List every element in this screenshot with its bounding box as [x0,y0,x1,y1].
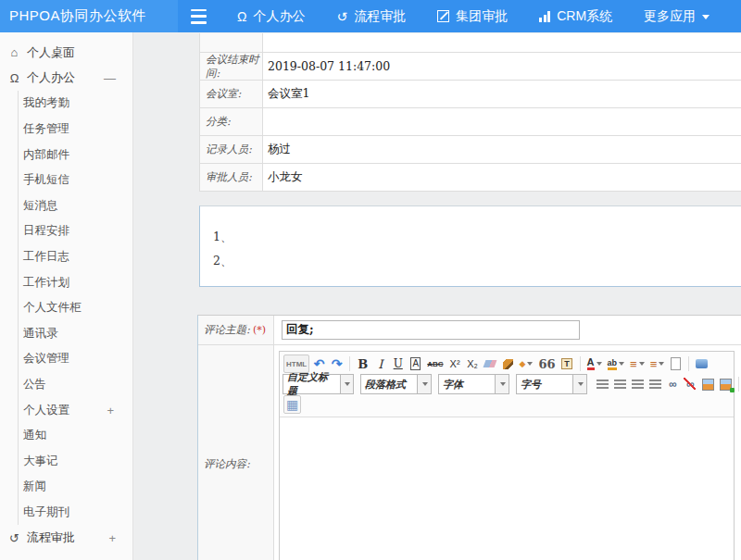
sidebar-item-contacts[interactable]: 通讯录 [18,321,132,347]
expand-toggle-icon[interactable]: — [104,71,116,85]
align-left-icon[interactable] [595,376,610,392]
sidebar-item-memorabilia[interactable]: 大事记 [18,449,132,475]
editor-dropdown-font-family[interactable]: 字体 [438,374,509,394]
sidebar-item-label: 日程安排 [23,223,69,239]
sidebar-item-e-journal[interactable]: 电子期刊 [18,500,132,526]
caret-down-icon [500,382,506,386]
editor-dropdown-custom-heading[interactable]: 自定义标题 [283,374,354,394]
image-icon[interactable] [700,376,716,392]
superscript-button[interactable]: X² [447,355,463,372]
sidebar-item-notice[interactable]: 通知 [18,423,132,449]
separator [688,356,689,371]
highlight-color-button[interactable]: ab [606,355,627,372]
comment-content-label: 评论内容: [198,345,274,560]
table-row: 分类: [200,108,741,136]
boxed-a-button[interactable]: A [408,355,423,372]
dropdown-value: 字体 [439,375,495,393]
expand-toggle-icon[interactable]: + [108,531,116,545]
caret-down-icon [422,382,428,386]
comment-subject-row: 评论主题: (*) [198,316,741,345]
sidebar-item-personal-desktop[interactable]: ⌂ 个人桌面 [0,40,132,66]
sidebar-item-label: 新闻 [23,479,46,494]
fullscreen-icon[interactable] [694,355,710,372]
sidebar-item-label: 个人设置 [23,403,69,418]
hamburger-menu-icon[interactable] [191,9,209,24]
sidebar-item-label: 通知 [23,428,46,443]
sidebar-item-label: 个人办公 [27,69,75,86]
sidebar-item-my-attendance[interactable]: 我的考勤 [18,91,132,117]
sidebar-item-personal-office[interactable]: Ω 个人办公 — [0,66,132,92]
paste-text-icon[interactable]: T [559,355,575,372]
top-nav: Ω 个人办公 ↺ 流程审批 集团审批 CRM系统 更多应用 [237,8,710,25]
meeting-info-table: 会议结束时间: 2019-08-07 11:47:00 会议室: 会议室1 分类… [199,33,741,192]
sidebar-item-workflow-approval[interactable]: ↺ 流程审批 + [0,525,132,551]
strikethrough-button[interactable]: ABC [425,355,445,372]
meeting-notes-textarea[interactable]: 1、2、 [199,205,741,287]
align-justify-icon[interactable] [647,376,663,392]
unlink-icon[interactable]: ∞ [683,376,698,392]
dropdown-caret-button[interactable] [572,375,586,393]
sidebar-item-news[interactable]: 新闻 [18,474,132,500]
nav-workflow-approval[interactable]: ↺ 流程审批 [336,8,406,25]
blockquote-button[interactable]: 66 [536,355,557,372]
separator [580,356,581,371]
new-page-icon[interactable] [668,355,684,372]
italic-button[interactable]: I [372,355,388,372]
sidebar-item-mobile-sms[interactable]: 手机短信 [18,168,132,193]
row-label: 会议结束时间: [200,53,263,80]
undo-icon[interactable]: ↶ [311,355,327,372]
editor-dropdown-paragraph-format[interactable]: 段落格式 [360,374,432,394]
comment-subject-input[interactable] [282,320,580,340]
dropdown-caret-button[interactable] [417,375,431,393]
dropdown-caret-button[interactable] [340,375,353,393]
sidebar-item-work-plan[interactable]: 工作计划 [18,269,132,295]
user-icon: Ω [7,72,21,84]
nav-more-apps[interactable]: 更多应用 [644,8,710,25]
dropdown-value: 段落格式 [361,375,417,393]
format-painter-icon[interactable] [500,355,516,372]
image-upload-icon[interactable] [718,376,734,392]
sidebar-item-meeting-management[interactable]: 会议管理 [18,346,132,372]
sidebar-item-work-log[interactable]: 工作日志 [18,244,132,270]
dropdown-caret-button[interactable] [495,375,509,393]
nav-crm-system[interactable]: CRM系统 [539,8,612,25]
quick-format-icon[interactable]: ◆ [518,355,535,372]
nav-personal-office[interactable]: Ω 个人办公 [237,8,305,25]
caret-down-icon [659,362,664,366]
sidebar-item-schedule[interactable]: 日程安排 [18,218,132,244]
editor-dropdown-font-size[interactable]: 字号 [516,374,587,394]
row-label: 审批人员: [200,164,263,191]
underline-button[interactable]: U [390,355,406,372]
eraser-icon[interactable] [483,355,498,372]
sidebar-item-task-management[interactable]: 任务管理 [18,117,132,143]
sidebar-item-announcement[interactable]: 公告 [18,372,132,398]
redo-icon[interactable]: ↷ [329,355,345,372]
table-row: 会议室: 会议室1 [200,81,741,108]
row-value: 小龙女 [263,164,741,191]
subscript-button[interactable]: X₂ [465,355,481,372]
unordered-list-button[interactable]: ≡ [648,355,667,372]
caret-down-icon [597,362,602,366]
table-icon[interactable]: ▦ [283,395,301,414]
ordered-list-button[interactable]: ≡ [628,355,647,372]
sidebar-item-personal-settings[interactable]: 个人设置 + [18,397,132,423]
sidebar-item-label: 任务管理 [23,121,69,137]
separator [349,356,350,371]
editor-content-area[interactable] [280,417,734,560]
align-center-icon[interactable] [612,376,628,392]
font-color-button[interactable]: A [585,355,604,372]
align-right-icon[interactable] [630,376,646,392]
caret-down-icon [578,382,584,386]
nav-group-approval[interactable]: 集团审批 [437,8,508,25]
html-source-button[interactable]: HTML [283,355,309,373]
expand-toggle-icon[interactable]: + [107,404,114,417]
bold-button[interactable]: B [355,355,370,372]
link-icon[interactable]: ∞ [665,376,681,392]
sidebar-item-label: 我的考勤 [23,95,69,111]
row-label: 分类: [200,108,263,135]
sidebar-item-internal-mail[interactable]: 内部邮件 [18,142,132,168]
sidebar-item-short-message[interactable]: 短消息 [18,193,132,219]
sidebar-item-personal-file-cabinet[interactable]: 个人文件柜 [18,295,132,321]
row-value [263,108,741,135]
dropdown-value: 字号 [517,375,572,393]
